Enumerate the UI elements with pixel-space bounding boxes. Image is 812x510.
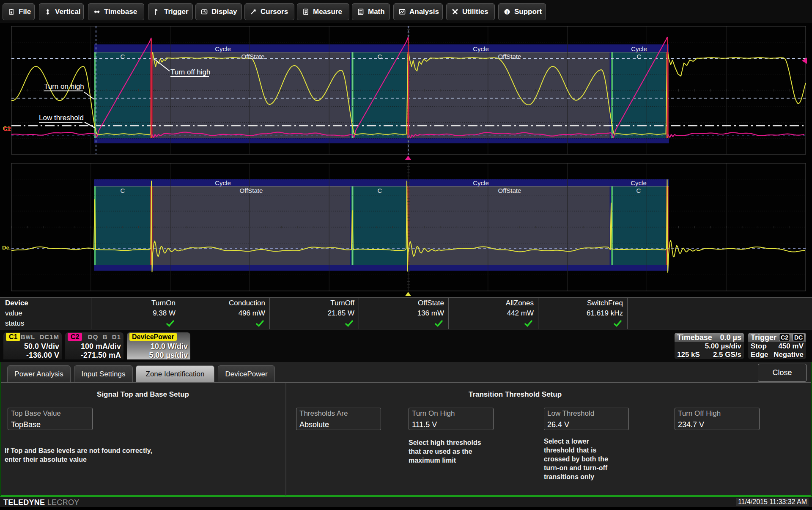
svg-text:C: C — [378, 53, 382, 60]
svg-text:Cycle: Cycle — [215, 45, 231, 52]
svg-text:C: C — [121, 53, 125, 60]
svg-text:C: C — [378, 187, 382, 194]
svg-text:Cycle: Cycle — [473, 179, 489, 186]
svg-text:Turn on high: Turn on high — [44, 82, 84, 90]
svg-text:Turn off high: Turn off high — [170, 68, 211, 76]
svg-text:C: C — [637, 53, 642, 60]
svg-text:Cycle: Cycle — [215, 179, 231, 186]
svg-text:C: C — [121, 187, 125, 194]
svg-text:OffState: OffState — [498, 53, 521, 60]
svg-text:C2: C2 — [3, 126, 11, 132]
svg-text:Cycle: Cycle — [473, 45, 489, 52]
svg-text:C: C — [636, 187, 641, 194]
svg-text:OffState: OffState — [240, 187, 263, 194]
svg-text:Cycle: Cycle — [631, 179, 647, 186]
svg-text:Low threshold: Low threshold — [39, 114, 84, 122]
svg-text:Cycle: Cycle — [631, 45, 647, 52]
svg-text:OffState: OffState — [498, 187, 521, 194]
svg-text:De.: De. — [2, 244, 11, 251]
svg-text:OffState: OffState — [241, 53, 265, 60]
svg-text:i: i — [506, 9, 508, 14]
